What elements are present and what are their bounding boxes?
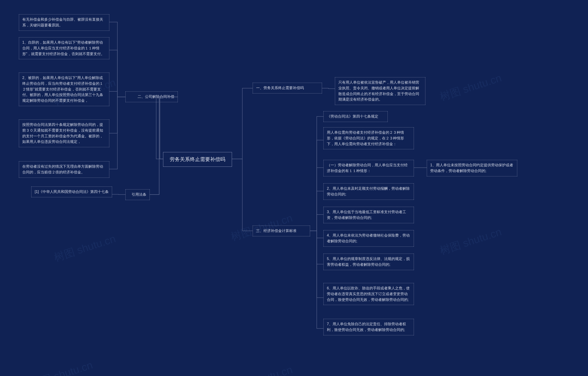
watermark: 树图 shutu.cn (52, 231, 117, 265)
branch-3-item-9: 7、用人单位免除自己的法定责任、排除劳动者权利，致使劳动合同无效，劳动者解除劳动… (323, 319, 414, 335)
branch-3-item-1: 《劳动合同法》第四十七条规定 (323, 111, 388, 122)
branch-2-label: 二、公司解除合同补偿 (126, 91, 178, 102)
branch-2-item-5: 在劳动者没有过失的情况下无理由单方面解除劳动合同的，应当赔偿２倍的经济补偿金。 (19, 161, 109, 178)
watermark: 树图 shutu.cn (29, 358, 94, 376)
branch-3-item-8: 6、用人单位以欺诈、胁迫的手段或者乘人之危，使劳动者在违背真实意思的情况下订立或… (323, 283, 414, 305)
branch-1-child: 只有用人单位被依法宣告破产，用人单位被吊销营业执照、责令关闭、撤销或者用人单位决… (335, 77, 425, 105)
branch-3-item-3-child: 1、用人单位未按照劳动合同约定提供劳动保护或者劳动条件，劳动者解除劳动合同的; (427, 160, 517, 176)
branch-3-label: 三、经济补偿金计算标准 (253, 226, 310, 236)
watermark: 树图 shutu.cn (438, 225, 503, 258)
branch-1-label: 一、劳务关系终止需要补偿吗 (253, 83, 322, 94)
branch-3-item-7: 5、用人单位的规章制度违反法律、法规的规定，损害劳动者权益，劳动者解除劳动合同的… (323, 254, 414, 270)
branch-2-item-4: 按照劳动合同法第四十条规定解除劳动合同的，提前３０天通知就不需要支付补偿金，没有… (19, 119, 109, 147)
branch-2-item-3: 2、被辞的，如果用人单位有以下"用人单位解除或终止劳动合同，应当向劳动者支付经济… (19, 73, 109, 106)
watermark: 树图 shutu.cn (229, 362, 294, 376)
branch-3-item-4: 2、用人单位未及时足额支付劳动报酬，劳动者解除劳动合同的; (323, 183, 414, 200)
branch-3-item-6: 4、用人单位未依法为劳动者缴纳社会保险费，劳动者解除劳动合同的; (323, 230, 414, 247)
branch-2-item-2: 1、自辞的，如果用人单位有以下"劳动者解除劳动合同，用人单位应当支付经济补偿金的… (19, 37, 109, 59)
branch-2-item-1: 有无补偿金和多少补偿金与自辞、被辞没有直接关系，关键问题要看原因。 (19, 14, 109, 31)
branch-3-item-3: （一）劳动者解除劳动合同，用人单位应当支付经济补偿金的有１１种情形： (323, 160, 414, 176)
center-topic: 劳务关系终止需要补偿吗 (163, 152, 232, 167)
branch-3-item-5: 3、用人单位低于当地最低工资标准支付劳动者工资，劳动者解除劳动合同的; (323, 207, 414, 223)
branch-ref-child: [1]《中华人民共和国劳动合同法》第四十七条 (31, 187, 112, 197)
branch-ref-label: 引用法条 (126, 189, 150, 200)
watermark: 树图 shutu.cn (438, 71, 503, 104)
branch-3-item-2: 用人单位需向劳动者支付经济补偿金的２３种情形，依据《劳动合同法》的规定，在２３种… (323, 127, 414, 149)
